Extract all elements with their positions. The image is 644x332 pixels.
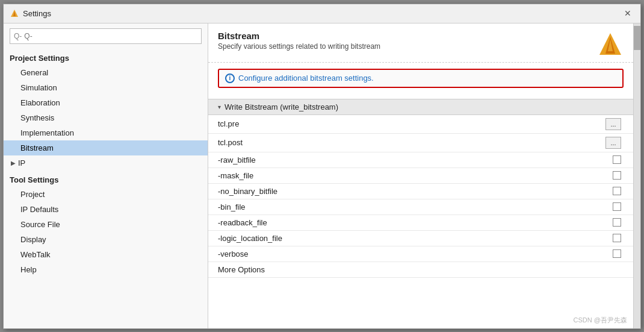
row-label: -readback_file	[208, 215, 442, 230]
logic-location-checkbox[interactable]	[613, 234, 621, 242]
title-bar-left: Settings	[10, 8, 51, 18]
settings-table: tcl.pre ... tcl.post ...	[208, 115, 633, 278]
scrollbar[interactable]	[633, 23, 640, 328]
tool-settings-header: Tool Settings	[4, 171, 208, 187]
sidebar-item-label: Implementation	[20, 128, 74, 137]
sidebar-item-label: Synthesis	[20, 113, 54, 122]
table-row: -verbose	[208, 246, 633, 262]
row-label: -no_binary_bitfile	[208, 183, 442, 199]
row-label: -mask_file	[208, 168, 442, 183]
sidebar-item-bitstream[interactable]: ▶ Bitstream	[4, 140, 208, 155]
row-label: -verbose	[208, 246, 442, 262]
sidebar-item-display[interactable]: Display	[4, 232, 208, 247]
table-row: tcl.pre ...	[208, 115, 633, 134]
row-label: tcl.post	[208, 133, 442, 152]
sidebar-item-source-file[interactable]: Source File	[4, 217, 208, 232]
sidebar-item-label: Source File	[20, 220, 60, 229]
group-header[interactable]: ▾ Write Bitstream (write_bitstream)	[208, 99, 633, 115]
close-button[interactable]: ✕	[621, 7, 634, 20]
table-row: -no_binary_bitfile	[208, 183, 633, 199]
search-box[interactable]: Q-	[10, 28, 202, 44]
title-bar: Settings ✕	[4, 4, 640, 23]
settings-dialog: Settings ✕ Q- Project Settings General S…	[3, 4, 641, 329]
sidebar-item-help[interactable]: Help	[4, 262, 208, 277]
sidebar-item-general[interactable]: General	[4, 65, 208, 80]
verbose-checkbox[interactable]	[613, 249, 621, 258]
table-row: tcl.post ...	[208, 133, 633, 152]
raw-bitfile-checkbox[interactable]	[613, 155, 621, 164]
sidebar-item-label: Display	[20, 235, 46, 244]
write-bitstream-group: ▾ Write Bitstream (write_bitstream) tcl.…	[208, 99, 633, 278]
scrollbar-thumb[interactable]	[634, 26, 640, 50]
sidebar-item-webtalk[interactable]: WebTalk	[4, 247, 208, 262]
group-label: Write Bitstream (write_bitstream)	[224, 102, 338, 111]
row-label: -bin_file	[208, 199, 442, 215]
table-row: -logic_location_file	[208, 230, 633, 246]
table-row: -mask_file	[208, 168, 633, 183]
no-binary-bitfile-checkbox[interactable]	[613, 187, 621, 195]
sidebar-item-synthesis[interactable]: Synthesis	[4, 110, 208, 125]
configure-link[interactable]: i Configure additional bitstream setting…	[218, 69, 624, 88]
row-label: More Options	[208, 262, 442, 277]
sidebar-item-ip-defaults[interactable]: IP Defaults	[4, 202, 208, 217]
row-label: -logic_location_file	[208, 230, 442, 246]
sidebar-item-label: IP Defaults	[20, 205, 58, 214]
info-icon: i	[225, 74, 235, 83]
tcl-pre-browse-button[interactable]: ...	[605, 118, 621, 130]
table-row: -raw_bitfile	[208, 152, 633, 168]
sidebar-item-label: Project	[20, 190, 45, 199]
readback-file-checkbox[interactable]	[613, 218, 621, 227]
table-row: -bin_file	[208, 199, 633, 215]
table-row: More Options	[208, 262, 633, 277]
search-input[interactable]	[24, 32, 197, 40]
sidebar-item-label: Simulation	[20, 83, 57, 92]
sidebar-item-project[interactable]: Project	[4, 187, 208, 202]
configure-link-text: Configure additional bitstream settings.	[238, 74, 374, 83]
dialog-title: Settings	[23, 9, 51, 18]
main-content: Bitstream Specify various settings relat…	[208, 23, 633, 328]
bin-file-checkbox[interactable]	[613, 202, 621, 211]
table-row: -readback_file	[208, 215, 633, 230]
collapse-icon: ▾	[218, 104, 221, 110]
sidebar-item-label: Elaboration	[20, 98, 60, 107]
sidebar-item-implementation[interactable]: Implementation	[4, 125, 208, 140]
sidebar-item-label: General	[20, 68, 48, 77]
row-label: tcl.pre	[208, 115, 442, 134]
main-header: Bitstream Specify various settings relat…	[208, 23, 633, 63]
section-subtitle: Specify various settings related to writ…	[218, 42, 380, 51]
tcl-post-browse-button[interactable]: ...	[605, 137, 621, 149]
sidebar: Q- Project Settings General Simulation E…	[4, 23, 208, 328]
app-icon	[10, 8, 19, 18]
vivado-logo-icon	[597, 31, 624, 57]
watermark: CSDN @吾尹先森	[574, 316, 627, 325]
row-label: -raw_bitfile	[208, 152, 442, 168]
section-title: Bitstream	[218, 31, 380, 41]
content-area: Q- Project Settings General Simulation E…	[4, 23, 640, 328]
main-header-left: Bitstream Specify various settings relat…	[218, 31, 380, 51]
sidebar-item-label: Help	[20, 265, 37, 274]
sidebar-item-label: WebTalk	[20, 250, 51, 259]
expand-arrow-icon: ▶	[11, 160, 16, 166]
sidebar-item-elaboration[interactable]: Elaboration	[4, 95, 208, 110]
sidebar-item-label: IP	[18, 158, 25, 168]
sidebar-item-label: Bitstream	[20, 143, 54, 152]
mask-file-checkbox[interactable]	[613, 171, 621, 180]
project-settings-header: Project Settings	[4, 49, 208, 65]
sidebar-item-simulation[interactable]: Simulation	[4, 80, 208, 95]
search-icon: Q-	[14, 32, 22, 40]
sidebar-item-ip[interactable]: ▶ IP	[4, 155, 208, 171]
